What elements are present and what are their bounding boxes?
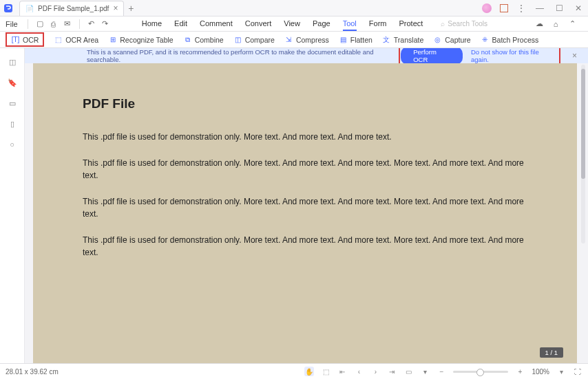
doc-paragraph: This .pdf file is used for demonstration… bbox=[83, 234, 527, 259]
select-tool-icon[interactable]: ⬚ bbox=[321, 367, 330, 376]
banner-text: This is a scanned PDF, and it is recomme… bbox=[87, 48, 393, 63]
comments-icon[interactable]: ▭ bbox=[7, 98, 18, 109]
last-page-icon[interactable]: ⇥ bbox=[387, 367, 397, 376]
flatten-icon: ▤ bbox=[339, 35, 348, 44]
titlebar: 📄 PDF File Sample_1.pdf × + ⋮ — ☐ ✕ bbox=[0, 0, 588, 17]
capture-button[interactable]: ◎Capture bbox=[433, 35, 470, 44]
ocr-area-icon: ⬚ bbox=[54, 35, 63, 44]
hand-tool-icon[interactable]: ✋ bbox=[304, 367, 314, 376]
statusbar: 28.01 x 39.62 cm ✋ ⬚ ⇤ ‹ › ⇥ ▭ ▾ − + 100… bbox=[0, 363, 588, 379]
compare-icon: ◫ bbox=[233, 35, 242, 44]
tab-convert[interactable]: Convert bbox=[245, 17, 272, 31]
doc-paragraph: This .pdf file is used for demonstration… bbox=[83, 157, 527, 182]
translate-button[interactable]: 文Translate bbox=[382, 35, 423, 44]
menubar: File ▢ ⎙ ✉ ↶ ↷ Home Edit Comment Convert… bbox=[0, 17, 588, 32]
tab-edit[interactable]: Edit bbox=[174, 17, 187, 31]
tab-tool[interactable]: Tool bbox=[343, 17, 357, 31]
home-icon[interactable]: ⌂ bbox=[551, 19, 560, 29]
dismiss-banner-button[interactable]: Do not show for this file again. bbox=[465, 48, 558, 65]
compress-button[interactable]: ⇲Compress bbox=[284, 35, 329, 44]
new-tab-button[interactable]: + bbox=[124, 3, 138, 14]
ocr-icon: [T] bbox=[11, 35, 20, 44]
page-dimensions: 28.01 x 39.62 cm bbox=[6, 368, 59, 376]
fullscreen-icon[interactable]: ⛶ bbox=[573, 367, 582, 376]
tab-title: PDF File Sample_1.pdf bbox=[38, 5, 109, 12]
content-area: ◫ 🔖 ▭ ▯ ○ ▸ This is a scanned PDF, and i… bbox=[0, 48, 588, 363]
doc-paragraph: This .pdf file is used for demonstration… bbox=[83, 195, 527, 220]
thumbnails-icon[interactable]: ◫ bbox=[7, 56, 18, 67]
cloud-icon[interactable]: ☁ bbox=[534, 19, 544, 29]
page-background: PDF File This .pdf file is used for demo… bbox=[33, 63, 577, 363]
batch-icon: ⁜ bbox=[481, 35, 490, 44]
doc-paragraph: This .pdf file is used for demonstration… bbox=[83, 131, 527, 143]
close-banner-icon[interactable]: × bbox=[572, 51, 577, 61]
tab-protect[interactable]: Protect bbox=[399, 17, 423, 31]
zoom-in-icon[interactable]: + bbox=[515, 367, 525, 376]
recognize-table-button[interactable]: ⊞Recognize Table bbox=[108, 35, 173, 44]
table-icon: ⊞ bbox=[108, 35, 117, 44]
document-tab[interactable]: 📄 PDF File Sample_1.pdf × bbox=[19, 1, 124, 16]
left-rail: ◫ 🔖 ▭ ▯ ○ bbox=[0, 48, 25, 363]
flatten-button[interactable]: ▤Flatten bbox=[339, 35, 372, 44]
save-icon[interactable]: ▢ bbox=[35, 19, 45, 29]
tab-view[interactable]: View bbox=[284, 17, 300, 31]
search-icon: ⌕ bbox=[441, 20, 445, 28]
file-menu[interactable]: File bbox=[6, 20, 18, 28]
toolbar: [T]OCR ⬚OCR Area ⊞Recognize Table ⧉Combi… bbox=[0, 32, 588, 48]
tab-page[interactable]: Page bbox=[313, 17, 330, 31]
fit-page-icon[interactable]: ▭ bbox=[403, 367, 413, 376]
undo-icon[interactable]: ↶ bbox=[87, 19, 96, 29]
tab-home[interactable]: Home bbox=[142, 17, 162, 31]
tab-form[interactable]: Form bbox=[369, 17, 387, 31]
svg-rect-0 bbox=[4, 4, 12, 12]
user-avatar-icon[interactable] bbox=[482, 3, 492, 13]
search-panel-icon[interactable]: ○ bbox=[7, 139, 18, 150]
print-icon[interactable]: ⎙ bbox=[49, 19, 59, 29]
next-page-icon[interactable]: › bbox=[370, 367, 380, 376]
tab-comment[interactable]: Comment bbox=[200, 17, 233, 31]
collapse-icon[interactable]: ⌃ bbox=[567, 19, 577, 29]
compare-button[interactable]: ◫Compare bbox=[233, 35, 275, 44]
more-menu-icon[interactable]: ⋮ bbox=[516, 3, 526, 14]
attachment-icon[interactable]: ▯ bbox=[7, 118, 18, 129]
document-canvas: This is a scanned PDF, and it is recomme… bbox=[25, 48, 588, 363]
compress-icon: ⇲ bbox=[284, 35, 293, 44]
redo-icon[interactable]: ↷ bbox=[101, 19, 110, 29]
ocr-area-button[interactable]: ⬚OCR Area bbox=[54, 35, 98, 44]
bookmark-icon[interactable]: 🔖 bbox=[7, 77, 18, 88]
combine-icon: ⧉ bbox=[183, 35, 192, 44]
app-logo-icon bbox=[0, 0, 17, 17]
doc-title: PDF File bbox=[83, 96, 527, 111]
zoom-out-icon[interactable]: − bbox=[437, 367, 446, 376]
notification-icon[interactable] bbox=[500, 4, 508, 12]
perform-ocr-button[interactable]: Perform OCR bbox=[401, 48, 463, 65]
scrollbar[interactable] bbox=[581, 65, 585, 243]
capture-icon: ◎ bbox=[433, 35, 442, 44]
page-counter: 1 / 1 bbox=[540, 347, 564, 358]
translate-icon: 文 bbox=[382, 35, 391, 44]
zoom-dropdown-icon[interactable]: ▾ bbox=[556, 367, 566, 376]
batch-process-button[interactable]: ⁜Batch Process bbox=[481, 35, 539, 44]
ocr-button[interactable]: [T]OCR bbox=[6, 32, 44, 47]
ocr-banner: This is a scanned PDF, and it is recomme… bbox=[25, 48, 588, 63]
search-tools[interactable]: ⌕ Search Tools bbox=[441, 20, 487, 28]
search-placeholder: Search Tools bbox=[448, 20, 487, 28]
zoom-value: 100% bbox=[532, 368, 549, 376]
close-window-button[interactable]: ✕ bbox=[573, 3, 584, 13]
scroll-thumb[interactable] bbox=[581, 69, 585, 179]
pdf-file-icon: 📄 bbox=[25, 5, 34, 12]
zoom-slider[interactable] bbox=[453, 371, 508, 373]
minimize-button[interactable]: — bbox=[534, 3, 545, 13]
tab-close-icon[interactable]: × bbox=[113, 3, 118, 13]
maximize-button[interactable]: ☐ bbox=[554, 3, 565, 13]
view-mode-icon[interactable]: ▾ bbox=[420, 367, 430, 376]
prev-page-icon[interactable]: ‹ bbox=[354, 367, 364, 376]
first-page-icon[interactable]: ⇤ bbox=[337, 367, 347, 376]
mail-icon[interactable]: ✉ bbox=[63, 19, 72, 29]
combine-button[interactable]: ⧉Combine bbox=[183, 35, 224, 44]
page-content: PDF File This .pdf file is used for demo… bbox=[33, 63, 577, 305]
